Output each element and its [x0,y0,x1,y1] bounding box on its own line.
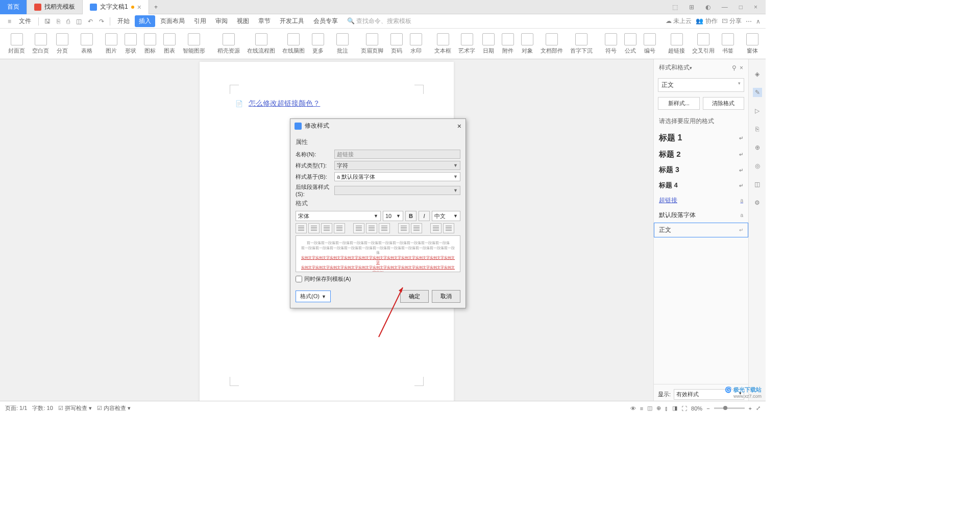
italic-button[interactable]: I [419,211,430,221]
menu-dev[interactable]: 开发工具 [276,15,308,27]
view-print-icon[interactable]: ≡ [640,405,643,412]
saveas-icon[interactable]: ⎘ [54,16,63,27]
ribbon-chart[interactable]: 图表 [160,32,179,56]
ribbon-picture[interactable]: 图片 [102,32,120,56]
pin-icon[interactable]: ⚲ [732,64,737,71]
indent-button[interactable] [443,223,454,233]
status-contentcheck[interactable]: ☑ 内容检查 ▾ [97,404,131,412]
save-template-checkbox[interactable] [296,276,302,282]
tab-template[interactable]: 找稻壳模板 [27,0,83,14]
align-left-button[interactable] [296,223,307,233]
ribbon-hyperlink[interactable]: 超链接 [665,32,688,56]
undo-icon[interactable]: ↶ [85,16,95,27]
apps-icon[interactable]: ⊞ [686,2,697,13]
cancel-button[interactable]: 取消 [432,290,460,303]
zoom-slider[interactable] [723,406,727,410]
menu-file[interactable]: 文件 [15,15,35,27]
name-input[interactable] [334,150,460,159]
ribbon-attachment[interactable]: 附件 [499,32,517,56]
linespace-loose-button[interactable] [379,223,390,233]
status-words[interactable]: 字数: 10 [32,404,53,412]
ok-button[interactable]: 确定 [400,290,429,303]
ribbon-date[interactable]: 日期 [479,32,498,56]
view-draft-icon[interactable]: ◨ [672,405,677,412]
ribbon-watermark[interactable]: 水印 [407,32,425,56]
based-select[interactable]: a 默认段落字体▼ [334,172,460,181]
align-center-button[interactable] [308,223,320,233]
ribbon-cover[interactable]: 封面页 [5,32,28,56]
view-web-icon[interactable]: ◫ [647,405,652,412]
ribbon-wordart[interactable]: 艺术字 [455,32,478,56]
new-style-button[interactable]: 新样式... [658,97,700,110]
style-default-font[interactable]: 默认段落字体a [654,208,748,223]
tab-document[interactable]: 文字文稿1× [83,0,149,14]
menu-layout[interactable]: 页面布局 [156,15,189,27]
status-page[interactable]: 页面: 1/1 [5,404,27,412]
strip-settings-icon[interactable]: ⚙ [753,198,762,207]
indent-right-button[interactable] [411,223,422,233]
maximize-icon[interactable]: □ [736,2,746,13]
ribbon-object[interactable]: 对象 [518,32,536,56]
ribbon-pagenum[interactable]: 页码 [387,32,406,56]
zoom-in-icon[interactable]: + [749,405,752,412]
minimize-icon[interactable]: — [719,2,731,13]
more-icon[interactable]: ⋯ [746,18,752,25]
ribbon-shape[interactable]: 形状 [121,32,140,56]
ribbon-number[interactable]: 编号 [641,32,659,56]
ribbon-crossref[interactable]: 交叉引用 [689,32,718,56]
menu-member[interactable]: 会员专享 [309,15,342,27]
dialog-titlebar[interactable]: 修改样式 × [290,119,465,133]
current-style[interactable]: 正文▾ [658,78,744,92]
ribbon-comment[interactable]: 批注 [333,32,352,56]
menu-chapter[interactable]: 章节 [254,15,275,27]
style-heading3[interactable]: 标题 3↵ [654,162,748,178]
outdent-button[interactable] [430,223,442,233]
ribbon-symbol[interactable]: 符号 [602,32,620,56]
share-button[interactable]: ⮹ 分享 [722,17,742,26]
ribbon-equation[interactable]: 公式 [621,32,640,56]
dialog-close-icon[interactable]: × [457,122,461,130]
bold-button[interactable]: B [405,211,416,221]
ribbon-textbox[interactable]: 文本框 [431,32,454,56]
tab-home[interactable]: 首页 [0,0,27,14]
clear-format-button[interactable]: 清除格式 [703,97,745,110]
align-right-button[interactable] [321,223,332,233]
strip-outline-icon[interactable]: ◈ [753,69,762,79]
style-heading1[interactable]: 标题 1↵ [654,130,748,147]
ribbon-resource[interactable]: 资源夹 [763,32,766,56]
document-hyperlink[interactable]: 怎么修改超链接颜色？ [249,99,320,107]
menu-review[interactable]: 审阅 [211,15,232,27]
style-heading4[interactable]: 标题 4↵ [654,178,748,193]
ribbon-icon[interactable]: 图标 [141,32,159,56]
layout-icon[interactable]: ⬚ [669,2,681,13]
ribbon-more[interactable]: 更多 [309,32,327,56]
strip-attribute-icon[interactable]: ⊕ [753,143,762,152]
avatar-icon[interactable]: ◐ [702,2,714,13]
ribbon-table[interactable]: 表格 [78,32,96,56]
ribbon-pagebreak[interactable]: 分页 [53,32,71,56]
coop-button[interactable]: 👥 协作 [696,17,717,26]
style-hyperlink[interactable]: 超链接a [654,193,748,208]
view-full-icon[interactable]: ⫿ [665,405,668,412]
save-icon[interactable]: 🖫 [42,16,53,27]
menu-reference[interactable]: 引用 [190,15,210,27]
linespace-tight-button[interactable] [353,223,364,233]
ribbon-form[interactable]: 窗体 [743,32,762,56]
ribbon-flowchart[interactable]: 在线流程图 [244,32,278,56]
ribbon-dkresource[interactable]: 稻壳资源 [214,32,243,56]
cloud-status[interactable]: ☁ 未上云 [666,17,692,26]
format-dropdown[interactable]: 格式(O) ▼ [296,291,331,302]
preview-icon[interactable]: ◫ [74,16,84,27]
ribbon-smartart[interactable]: 智能图形 [180,32,208,56]
strip-backup-icon[interactable]: ◫ [753,180,762,189]
zoom-value[interactable]: 80% [691,405,702,412]
menu-start[interactable]: 开始 [113,15,134,27]
zoom-fit-icon[interactable]: ⛶ [681,405,687,412]
status-spellcheck[interactable]: ☑ 拼写检查 ▾ [58,404,92,412]
collapse-icon[interactable]: ∧ [756,18,761,25]
search-box[interactable]: 🔍 查找命令、搜索模板 [343,15,415,27]
close-icon[interactable]: × [751,2,761,13]
print-icon[interactable]: ⎙ [64,16,72,27]
type-select[interactable]: 字符▼ [334,161,460,170]
style-body[interactable]: 正文↵ [654,223,748,237]
